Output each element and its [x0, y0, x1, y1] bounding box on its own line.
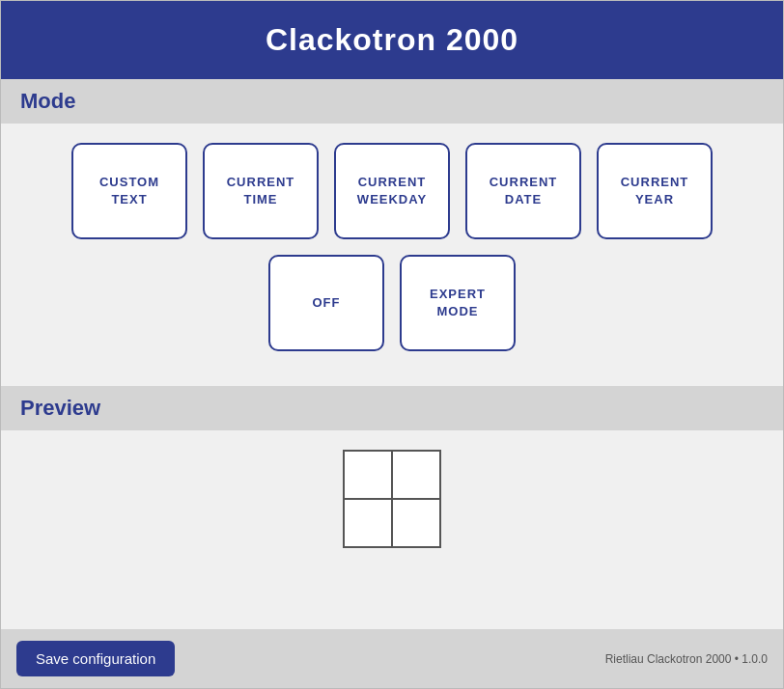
footer: Save configuration Rietliau Clackotron 2… [1, 629, 783, 688]
mode-btn-current-weekday[interactable]: CURRENTWEEKDAY [334, 143, 450, 239]
mode-btn-off[interactable]: OFF [268, 255, 384, 351]
preview-section [1, 430, 783, 629]
mode-btn-custom-text[interactable]: CUSTOMTEXT [71, 143, 187, 239]
app-title: Clackotron 2000 [1, 22, 783, 58]
app-header: Clackotron 2000 [1, 1, 783, 79]
mode-buttons-row1: CUSTOMTEXT CURRENTTIME CURRENTWEEKDAY CU… [11, 143, 773, 239]
preview-cell-1 [344, 451, 392, 499]
mode-section: CUSTOMTEXT CURRENTTIME CURRENTWEEKDAY CU… [1, 124, 783, 386]
mode-btn-current-date[interactable]: CURRENTDATE [465, 143, 581, 239]
save-button[interactable]: Save configuration [16, 641, 175, 676]
mode-btn-current-year[interactable]: CURRENTYEAR [597, 143, 713, 239]
mode-buttons-row2: OFF EXPERT MODE [11, 255, 773, 351]
footer-credit: Rietliau Clackotron 2000 • 1.0.0 [605, 652, 768, 666]
mode-section-label: Mode [1, 79, 783, 124]
preview-content [1, 430, 783, 567]
preview-cell-3 [344, 499, 392, 547]
preview-cell-2 [392, 451, 440, 499]
preview-cell-4 [392, 499, 440, 547]
preview-section-label: Preview [1, 386, 783, 430]
preview-grid [343, 450, 441, 548]
mode-btn-expert-mode[interactable]: EXPERT MODE [400, 255, 516, 351]
mode-btn-current-time[interactable]: CURRENTTIME [203, 143, 319, 239]
